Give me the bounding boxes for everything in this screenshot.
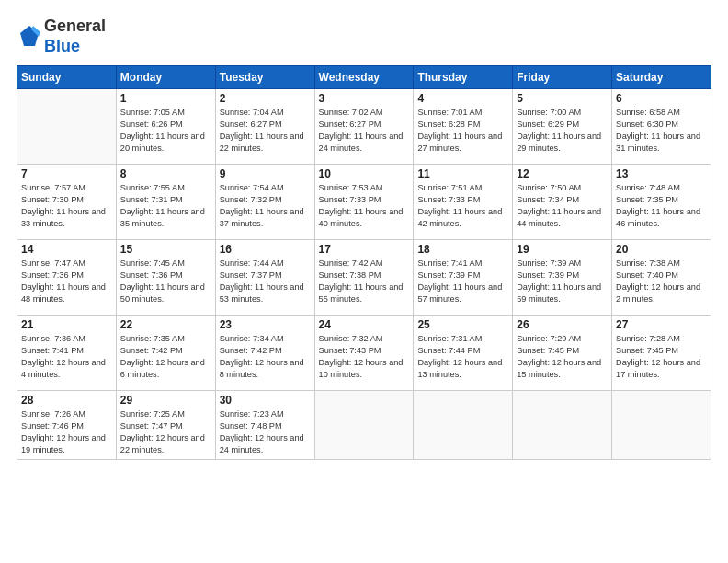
day-of-week-header: Sunday [17,66,117,89]
day-of-week-header: Wednesday [314,66,414,89]
day-number: 24 [319,318,410,331]
calendar-cell: 8 Sunrise: 7:55 AMSunset: 7:31 PMDayligh… [116,165,215,240]
day-info: Sunrise: 7:00 AMSunset: 6:29 PMDaylight:… [517,107,608,155]
calendar-week-row: 1 Sunrise: 7:05 AMSunset: 6:26 PMDayligh… [17,89,711,165]
day-info: Sunrise: 7:32 AMSunset: 7:43 PMDaylight:… [319,333,410,381]
calendar-cell [513,391,612,460]
calendar-cell: 18 Sunrise: 7:41 AMSunset: 7:39 PMDaylig… [414,240,513,316]
calendar-cell: 29 Sunrise: 7:25 AMSunset: 7:47 PMDaylig… [116,391,215,460]
day-number: 29 [120,394,211,407]
day-number: 21 [21,318,112,331]
day-info: Sunrise: 7:39 AMSunset: 7:39 PMDaylight:… [517,258,608,305]
day-info: Sunrise: 7:50 AMSunset: 7:34 PMDaylight:… [517,182,608,230]
calendar-cell: 17 Sunrise: 7:42 AMSunset: 7:38 PMDaylig… [314,240,414,316]
day-number: 22 [120,318,211,331]
calendar-cell: 5 Sunrise: 7:00 AMSunset: 6:29 PMDayligh… [513,89,612,165]
day-number: 10 [319,167,410,180]
day-number: 11 [417,167,508,180]
logo-icon [17,24,42,50]
calendar-cell: 3 Sunrise: 7:02 AMSunset: 6:27 PMDayligh… [314,89,414,165]
day-number: 5 [517,92,608,105]
day-info: Sunrise: 7:02 AMSunset: 6:27 PMDaylight:… [319,107,410,155]
calendar-week-row: 21 Sunrise: 7:36 AMSunset: 7:41 PMDaylig… [17,316,711,391]
day-info: Sunrise: 7:23 AMSunset: 7:48 PMDaylight:… [220,408,311,456]
day-info: Sunrise: 7:45 AMSunset: 7:36 PMDaylight:… [120,258,211,305]
calendar-cell: 23 Sunrise: 7:34 AMSunset: 7:42 PMDaylig… [215,316,314,391]
calendar-cell: 21 Sunrise: 7:36 AMSunset: 7:41 PMDaylig… [17,316,117,391]
day-info: Sunrise: 7:05 AMSunset: 6:26 PMDaylight:… [120,107,211,155]
calendar-cell: 27 Sunrise: 7:28 AMSunset: 7:45 PMDaylig… [612,316,711,391]
day-info: Sunrise: 7:47 AMSunset: 7:36 PMDaylight:… [21,258,112,305]
calendar-week-row: 14 Sunrise: 7:47 AMSunset: 7:36 PMDaylig… [17,240,711,316]
day-info: Sunrise: 7:51 AMSunset: 7:33 PMDaylight:… [417,182,508,230]
day-of-week-header: Saturday [612,66,711,89]
day-number: 8 [120,167,211,180]
day-info: Sunrise: 7:34 AMSunset: 7:42 PMDaylight:… [220,333,311,381]
calendar-cell: 25 Sunrise: 7:31 AMSunset: 7:44 PMDaylig… [414,316,513,391]
day-of-week-header: Friday [513,66,612,89]
day-number: 6 [616,92,707,105]
day-number: 18 [417,243,508,256]
calendar-cell: 24 Sunrise: 7:32 AMSunset: 7:43 PMDaylig… [314,316,414,391]
page: General Blue SundayMondayTuesdayWednesda… [0,0,728,563]
day-info: Sunrise: 7:35 AMSunset: 7:42 PMDaylight:… [120,333,211,381]
day-info: Sunrise: 7:54 AMSunset: 7:32 PMDaylight:… [220,182,311,230]
day-number: 23 [220,318,311,331]
calendar: SundayMondayTuesdayWednesdayThursdayFrid… [17,65,711,460]
calendar-cell: 13 Sunrise: 7:48 AMSunset: 7:35 PMDaylig… [612,165,711,240]
day-number: 12 [517,167,608,180]
day-info: Sunrise: 7:01 AMSunset: 6:28 PMDaylight:… [417,107,508,155]
day-info: Sunrise: 7:42 AMSunset: 7:38 PMDaylight:… [319,258,410,305]
day-info: Sunrise: 7:41 AMSunset: 7:39 PMDaylight:… [417,258,508,305]
calendar-cell: 22 Sunrise: 7:35 AMSunset: 7:42 PMDaylig… [116,316,215,391]
calendar-cell [314,391,414,460]
day-info: Sunrise: 7:53 AMSunset: 7:33 PMDaylight:… [319,182,410,230]
day-info: Sunrise: 7:25 AMSunset: 7:47 PMDaylight:… [120,408,211,456]
day-info: Sunrise: 7:44 AMSunset: 7:37 PMDaylight:… [220,258,311,305]
day-number: 7 [21,167,112,180]
calendar-header-row: SundayMondayTuesdayWednesdayThursdayFrid… [17,66,711,89]
day-number: 26 [517,318,608,331]
calendar-week-row: 7 Sunrise: 7:57 AMSunset: 7:30 PMDayligh… [17,165,711,240]
day-number: 16 [220,243,311,256]
day-number: 14 [21,243,112,256]
day-number: 19 [517,243,608,256]
calendar-cell: 1 Sunrise: 7:05 AMSunset: 6:26 PMDayligh… [116,89,215,165]
logo-text: General Blue [44,17,106,56]
calendar-cell: 20 Sunrise: 7:38 AMSunset: 7:40 PMDaylig… [612,240,711,316]
calendar-cell [17,89,117,165]
calendar-cell: 11 Sunrise: 7:51 AMSunset: 7:33 PMDaylig… [414,165,513,240]
day-info: Sunrise: 7:48 AMSunset: 7:35 PMDaylight:… [616,182,707,230]
calendar-cell: 28 Sunrise: 7:26 AMSunset: 7:46 PMDaylig… [17,391,117,460]
day-number: 17 [319,243,410,256]
day-number: 27 [616,318,707,331]
calendar-cell: 10 Sunrise: 7:53 AMSunset: 7:33 PMDaylig… [314,165,414,240]
day-number: 30 [220,394,311,407]
day-info: Sunrise: 7:36 AMSunset: 7:41 PMDaylight:… [21,333,112,381]
day-number: 2 [220,92,311,105]
day-info: Sunrise: 7:28 AMSunset: 7:45 PMDaylight:… [616,333,707,381]
day-number: 1 [120,92,211,105]
day-number: 9 [220,167,311,180]
calendar-cell: 16 Sunrise: 7:44 AMSunset: 7:37 PMDaylig… [215,240,314,316]
day-of-week-header: Thursday [414,66,513,89]
calendar-cell: 6 Sunrise: 6:58 AMSunset: 6:30 PMDayligh… [612,89,711,165]
day-number: 4 [417,92,508,105]
day-info: Sunrise: 7:38 AMSunset: 7:40 PMDaylight:… [616,258,707,305]
calendar-week-row: 28 Sunrise: 7:26 AMSunset: 7:46 PMDaylig… [17,391,711,460]
day-number: 25 [417,318,508,331]
calendar-cell: 14 Sunrise: 7:47 AMSunset: 7:36 PMDaylig… [17,240,117,316]
day-number: 15 [120,243,211,256]
day-number: 13 [616,167,707,180]
day-info: Sunrise: 7:31 AMSunset: 7:44 PMDaylight:… [417,333,508,381]
calendar-cell: 15 Sunrise: 7:45 AMSunset: 7:36 PMDaylig… [116,240,215,316]
calendar-cell [414,391,513,460]
day-number: 28 [21,394,112,407]
day-info: Sunrise: 7:26 AMSunset: 7:46 PMDaylight:… [21,408,112,456]
logo: General Blue [17,17,106,56]
day-of-week-header: Tuesday [215,66,314,89]
day-info: Sunrise: 7:04 AMSunset: 6:27 PMDaylight:… [220,107,311,155]
day-info: Sunrise: 7:29 AMSunset: 7:45 PMDaylight:… [517,333,608,381]
calendar-cell: 19 Sunrise: 7:39 AMSunset: 7:39 PMDaylig… [513,240,612,316]
calendar-cell: 7 Sunrise: 7:57 AMSunset: 7:30 PMDayligh… [17,165,117,240]
